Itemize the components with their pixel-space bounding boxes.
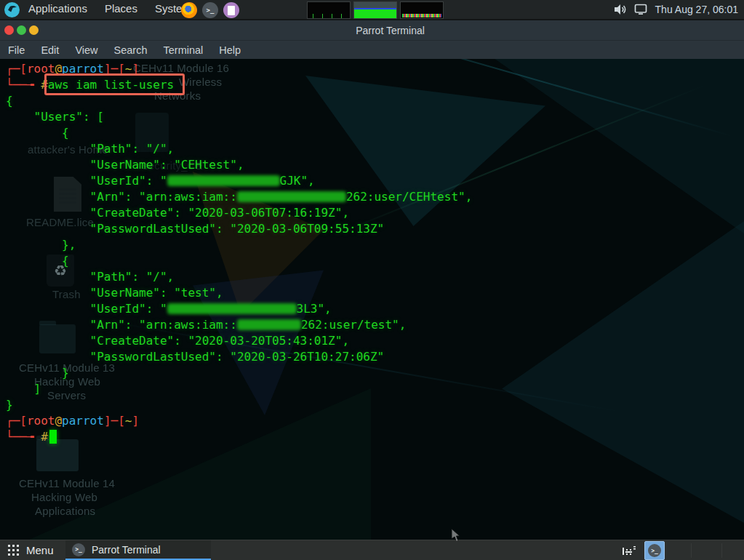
top-panel: Applications Places System >_ Thu Aug 27… <box>0 0 744 20</box>
clock[interactable]: Thu Aug 27, 06:01 <box>655 4 738 15</box>
terminal-output-line: "Arn": "arn:aws:iam::262:user/test", <box>6 317 472 333</box>
terminal-output-line: ] <box>6 381 472 397</box>
prompt-deco: └──╼ <box>6 78 41 92</box>
prompt-host: parrot <box>62 62 104 76</box>
redacted-value <box>167 175 280 186</box>
prompt-mid: ]─[ <box>104 62 125 76</box>
terminal-output-line: "Arn": "arn:aws:iam::262:user/CEHtest", <box>6 189 472 205</box>
taskbar-task-parrot-terminal[interactable]: >_ Parrot Terminal <box>65 540 211 560</box>
menu-places[interactable]: Places <box>96 0 146 20</box>
terminal-viewport[interactable]: ♻ CEHv11 Module 16 Wireless Networks att… <box>0 59 744 540</box>
redacted-value <box>237 319 301 330</box>
system-monitors <box>307 1 444 19</box>
terminal-output-line: { <box>6 125 472 141</box>
prompt-close: ] <box>132 62 139 76</box>
prompt-open: ┌─[ <box>6 62 27 76</box>
terminal-output-line: "Path": "/", <box>6 141 472 157</box>
tray-separator <box>721 543 722 558</box>
prompt-close: ] <box>132 414 139 428</box>
terminal-icon: >_ <box>648 544 661 557</box>
taskbar-task-label: Parrot Terminal <box>92 544 161 556</box>
prompt-line-1: ┌─[root@parrot]─[~] <box>6 61 472 77</box>
terminal-cursor <box>49 430 57 444</box>
tray-separator <box>691 543 692 558</box>
parrot-logo-icon[interactable] <box>4 2 20 17</box>
prompt-symbol: # <box>41 430 48 444</box>
terminal-output-line: "UserName": "CEHtest", <box>6 157 472 173</box>
terminal-output-line: "UserId": "GJK", <box>6 173 472 189</box>
window-maximize-button[interactable] <box>17 25 26 35</box>
terminal-output-line: "UserId": "3L3", <box>6 301 472 317</box>
prompt-path: ~ <box>125 62 132 76</box>
input-line[interactable]: └──╼ # <box>6 429 472 445</box>
prompt-user: root <box>27 414 55 428</box>
terminal-icon: >_ <box>72 543 85 556</box>
mouse-cursor <box>451 528 461 543</box>
terminal-output-line: "Users": [ <box>6 109 472 125</box>
notes-icon[interactable] <box>223 2 239 18</box>
prompt-mid: ]─[ <box>104 414 125 428</box>
tray-indicator-icon[interactable] <box>622 545 638 556</box>
terminal-output-line: } <box>6 397 472 413</box>
menubar-file[interactable]: File <box>0 44 33 56</box>
menubar-terminal[interactable]: Terminal <box>156 44 212 56</box>
terminal-output-line: "CreateDate": "2020-03-20T05:43:01Z", <box>6 333 472 349</box>
network-monitor[interactable] <box>400 1 444 19</box>
menubar-search[interactable]: Search <box>106 44 156 56</box>
status-tray: Thu Aug 27, 06:01 <box>614 4 744 15</box>
prompt-symbol: # <box>41 78 48 92</box>
terminal-output-line: "PasswordLastUsed": "2020-03-06T09:55:13… <box>6 221 472 237</box>
command-text: aws iam list-users <box>48 78 174 92</box>
window-title: Parrot Terminal <box>356 25 425 36</box>
menubar-view[interactable]: View <box>67 44 105 56</box>
prompt-host: parrot <box>62 414 104 428</box>
menubar-help[interactable]: Help <box>211 44 249 56</box>
prompt-at: @ <box>55 62 62 76</box>
prompt-line-2: ┌─[root@parrot]─[~] <box>6 413 472 429</box>
redacted-value <box>237 191 346 202</box>
terminal-output-line: { <box>6 253 472 269</box>
terminal-menubar: File Edit View Search Terminal Help <box>0 40 744 59</box>
prompt-open: ┌─[ <box>6 414 27 428</box>
menu-grid-icon <box>7 544 20 556</box>
terminal-output-line: "UserName": "test", <box>6 285 472 301</box>
display-icon[interactable] <box>634 4 648 15</box>
tray-terminal-icon[interactable]: >_ <box>644 541 665 560</box>
terminal-output-line: "Path": "/", <box>6 269 472 285</box>
taskbar-menu-label: Menu <box>26 544 54 556</box>
taskbar-menu-button[interactable]: Menu <box>0 540 61 560</box>
prompt-at: @ <box>55 414 62 428</box>
prompt-path: ~ <box>125 414 132 428</box>
menu-applications[interactable]: Applications <box>20 0 96 20</box>
terminal-output-line: } <box>6 365 472 381</box>
window-close-button[interactable] <box>4 25 14 35</box>
redacted-value <box>167 303 297 314</box>
terminal-titlebar: Parrot Terminal <box>0 20 744 40</box>
screen: Applications Places System >_ Thu Aug 27… <box>0 0 744 560</box>
terminal-launcher-icon[interactable]: >_ <box>202 2 218 18</box>
menubar-edit[interactable]: Edit <box>33 44 67 56</box>
desktop-icon-label: CEHv11 Module 14 <box>19 477 115 489</box>
prompt-deco: └──╼ <box>6 430 41 444</box>
terminal-output: { "Users": [ { "Path": "/", "UserName": … <box>6 93 472 413</box>
prompt-user: root <box>27 62 55 76</box>
memory-monitor[interactable] <box>353 1 397 19</box>
taskbar: Menu >_ Parrot Terminal >_ <box>0 540 744 560</box>
launcher-bar: >_ <box>181 0 239 20</box>
terminal-output-line: }, <box>6 237 472 253</box>
desktop-icon-label: Hacking Web <box>31 491 97 503</box>
terminal-text[interactable]: ┌─[root@parrot]─[~] └──╼ #aws iam list-u… <box>6 61 472 445</box>
volume-icon[interactable] <box>614 4 627 15</box>
cpu-monitor[interactable] <box>307 1 351 19</box>
terminal-output-line: { <box>6 93 472 109</box>
firefox-icon[interactable] <box>181 2 197 18</box>
command-line: └──╼ #aws iam list-users <box>6 77 472 93</box>
terminal-output-line: "PasswordLastUsed": "2020-03-26T10:27:06… <box>6 349 472 365</box>
terminal-output-line: "CreateDate": "2020-03-06T07:16:19Z", <box>6 205 472 221</box>
desktop-icon-label: Applications <box>35 505 95 517</box>
window-minimize-button[interactable] <box>29 25 39 35</box>
